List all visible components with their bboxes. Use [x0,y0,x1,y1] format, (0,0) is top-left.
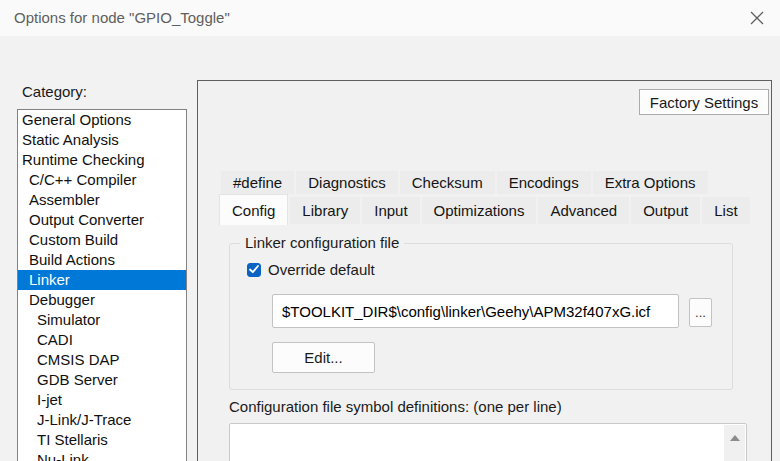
window-title: Options for node "GPIO_Toggle" [14,0,230,36]
category-item-static-analysis[interactable]: Static Analysis [18,130,186,150]
close-icon [750,11,764,25]
override-default-checkbox[interactable] [247,263,261,277]
tab-row-secondary: #defineDiagnosticsChecksumEncodingsExtra… [221,171,752,194]
tab-encodings[interactable]: Encodings [497,171,591,194]
symbol-definitions-label: Configuration file symbol definitions: (… [229,398,562,415]
factory-settings-button[interactable]: Factory Settings [639,89,769,115]
linker-config-file-input[interactable] [272,294,679,328]
category-item-cmsis-dap[interactable]: CMSIS DAP [18,350,186,370]
symbol-definitions-textarea[interactable] [230,424,724,461]
symbol-definitions-box [229,423,747,461]
linker-configuration-file-group: Linker configuration file Override defau… [229,243,733,390]
category-item-output-converter[interactable]: Output Converter [18,210,186,230]
category-item-general-options[interactable]: General Options [18,110,186,130]
category-item-simulator[interactable]: Simulator [18,310,186,330]
category-item-ti-stellaris[interactable]: TI Stellaris [18,430,186,450]
browse-button[interactable]: ... [689,298,712,327]
checkmark-icon [249,265,259,274]
tab-define[interactable]: #define [221,171,294,194]
options-panel: Factory Settings #defineDiagnosticsCheck… [197,80,772,461]
category-item-linker[interactable]: Linker [18,270,186,290]
category-label: Category: [22,83,87,100]
category-item-runtime-checking[interactable]: Runtime Checking [18,150,186,170]
tab-checksum[interactable]: Checksum [400,171,495,194]
category-item-nu-link[interactable]: Nu-Link [18,450,186,461]
category-item-c-c-compiler[interactable]: C/C++ Compiler [18,170,186,190]
category-listbox[interactable]: General OptionsStatic AnalysisRuntime Ch… [17,109,187,461]
edit-button[interactable]: Edit... [272,342,375,373]
category-item-debugger[interactable]: Debugger [18,290,186,310]
override-default-label: Override default [268,261,375,278]
linker-tabstrip: #defineDiagnosticsChecksumEncodingsExtra… [219,171,752,225]
category-item-j-link-j-trace[interactable]: J-Link/J-Trace [18,410,186,430]
scrollbar-up-icon [730,435,740,441]
close-button[interactable] [744,6,770,30]
window-titlebar: Options for node "GPIO_Toggle" [0,0,780,36]
tab-advanced[interactable]: Advanced [538,197,629,224]
tab-list[interactable]: List [702,197,749,224]
category-item-cadi[interactable]: CADI [18,330,186,350]
category-item-i-jet[interactable]: I-jet [18,390,186,410]
category-item-custom-build[interactable]: Custom Build [18,230,186,250]
tab-output[interactable]: Output [631,197,700,224]
category-item-build-actions[interactable]: Build Actions [18,250,186,270]
tab-row-primary: ConfigLibraryInputOptimizationsAdvancedO… [219,197,752,225]
symbol-definitions-scrollbar[interactable] [724,425,745,461]
tab-optimizations[interactable]: Optimizations [422,197,537,224]
tab-library[interactable]: Library [290,197,360,224]
category-item-assembler[interactable]: Assembler [18,190,186,210]
category-item-gdb-server[interactable]: GDB Server [18,370,186,390]
tab-input[interactable]: Input [362,197,419,224]
tab-config[interactable]: Config [219,194,288,225]
group-title: Linker configuration file [240,234,404,251]
tab-diagnostics[interactable]: Diagnostics [296,171,398,194]
options-dialog: { "window": { "title": "Options for node… [0,0,780,461]
override-default-row[interactable]: Override default [247,261,375,278]
tab-extra-options[interactable]: Extra Options [593,171,708,194]
